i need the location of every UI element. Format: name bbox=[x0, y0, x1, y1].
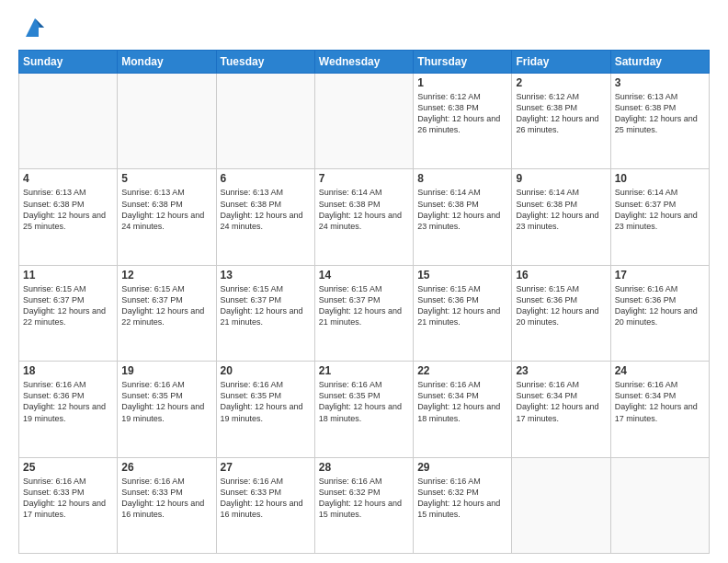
day-info: Sunrise: 6:13 AM Sunset: 6:38 PM Dayligh… bbox=[23, 187, 113, 232]
calendar-cell: 23Sunrise: 6:16 AM Sunset: 6:34 PM Dayli… bbox=[512, 362, 610, 457]
calendar-cell: 6Sunrise: 6:13 AM Sunset: 6:38 PM Daylig… bbox=[216, 169, 314, 265]
weekday-header-sunday: Sunday bbox=[19, 51, 118, 74]
calendar-cell: 24Sunrise: 6:16 AM Sunset: 6:34 PM Dayli… bbox=[610, 362, 709, 457]
calendar-cell: 3Sunrise: 6:13 AM Sunset: 6:38 PM Daylig… bbox=[610, 74, 709, 169]
day-info: Sunrise: 6:16 AM Sunset: 6:34 PM Dayligh… bbox=[417, 379, 507, 424]
calendar-week-1: 1Sunrise: 6:12 AM Sunset: 6:38 PM Daylig… bbox=[19, 74, 710, 169]
day-number: 3 bbox=[615, 76, 705, 89]
calendar-cell: 5Sunrise: 6:13 AM Sunset: 6:38 PM Daylig… bbox=[118, 169, 216, 265]
day-info: Sunrise: 6:16 AM Sunset: 6:32 PM Dayligh… bbox=[417, 476, 507, 521]
day-number: 14 bbox=[319, 269, 409, 282]
day-info: Sunrise: 6:13 AM Sunset: 6:38 PM Dayligh… bbox=[221, 187, 311, 232]
calendar-header-row: SundayMondayTuesdayWednesdayThursdayFrid… bbox=[19, 51, 710, 74]
day-number: 15 bbox=[417, 269, 507, 282]
weekday-header-friday: Friday bbox=[512, 51, 610, 74]
calendar-cell: 12Sunrise: 6:15 AM Sunset: 6:37 PM Dayli… bbox=[118, 265, 216, 361]
calendar-cell: 15Sunrise: 6:15 AM Sunset: 6:36 PM Dayli… bbox=[414, 265, 512, 361]
day-number: 28 bbox=[319, 461, 409, 474]
day-info: Sunrise: 6:16 AM Sunset: 6:35 PM Dayligh… bbox=[121, 379, 211, 424]
day-number: 22 bbox=[417, 364, 507, 377]
calendar-cell: 11Sunrise: 6:15 AM Sunset: 6:37 PM Dayli… bbox=[19, 265, 118, 361]
day-info: Sunrise: 6:15 AM Sunset: 6:36 PM Dayligh… bbox=[417, 283, 507, 328]
day-number: 26 bbox=[121, 461, 211, 474]
day-info: Sunrise: 6:16 AM Sunset: 6:33 PM Dayligh… bbox=[23, 476, 113, 521]
calendar-cell: 18Sunrise: 6:16 AM Sunset: 6:36 PM Dayli… bbox=[19, 362, 118, 457]
day-info: Sunrise: 6:12 AM Sunset: 6:38 PM Dayligh… bbox=[516, 91, 606, 136]
day-number: 18 bbox=[23, 364, 113, 377]
day-info: Sunrise: 6:16 AM Sunset: 6:34 PM Dayligh… bbox=[516, 379, 606, 424]
calendar-cell: 2Sunrise: 6:12 AM Sunset: 6:38 PM Daylig… bbox=[512, 74, 610, 169]
page: SundayMondayTuesdayWednesdayThursdayFrid… bbox=[0, 0, 728, 563]
day-number: 6 bbox=[221, 172, 311, 185]
day-info: Sunrise: 6:15 AM Sunset: 6:37 PM Dayligh… bbox=[23, 283, 113, 328]
calendar-week-4: 18Sunrise: 6:16 AM Sunset: 6:36 PM Dayli… bbox=[19, 362, 710, 457]
calendar-cell bbox=[216, 74, 314, 169]
calendar-cell: 26Sunrise: 6:16 AM Sunset: 6:33 PM Dayli… bbox=[118, 457, 216, 553]
day-number: 1 bbox=[417, 76, 507, 89]
calendar-cell: 17Sunrise: 6:16 AM Sunset: 6:36 PM Dayli… bbox=[610, 265, 709, 361]
day-number: 7 bbox=[319, 172, 409, 185]
day-info: Sunrise: 6:13 AM Sunset: 6:38 PM Dayligh… bbox=[121, 187, 211, 232]
day-info: Sunrise: 6:16 AM Sunset: 6:36 PM Dayligh… bbox=[615, 283, 705, 328]
calendar-cell: 27Sunrise: 6:16 AM Sunset: 6:33 PM Dayli… bbox=[216, 457, 314, 553]
day-info: Sunrise: 6:15 AM Sunset: 6:37 PM Dayligh… bbox=[319, 283, 409, 328]
day-number: 10 bbox=[615, 172, 705, 185]
weekday-header-thursday: Thursday bbox=[414, 51, 512, 74]
weekday-header-monday: Monday bbox=[118, 51, 216, 74]
calendar-cell: 19Sunrise: 6:16 AM Sunset: 6:35 PM Dayli… bbox=[118, 362, 216, 457]
day-number: 2 bbox=[516, 76, 606, 89]
calendar-cell: 16Sunrise: 6:15 AM Sunset: 6:36 PM Dayli… bbox=[512, 265, 610, 361]
header bbox=[18, 15, 710, 40]
weekday-header-wednesday: Wednesday bbox=[314, 51, 413, 74]
calendar-cell: 22Sunrise: 6:16 AM Sunset: 6:34 PM Dayli… bbox=[414, 362, 512, 457]
calendar-cell: 14Sunrise: 6:15 AM Sunset: 6:37 PM Dayli… bbox=[314, 265, 413, 361]
day-info: Sunrise: 6:14 AM Sunset: 6:37 PM Dayligh… bbox=[615, 187, 705, 232]
day-info: Sunrise: 6:16 AM Sunset: 6:34 PM Dayligh… bbox=[615, 379, 705, 424]
day-number: 19 bbox=[121, 364, 211, 377]
weekday-header-tuesday: Tuesday bbox=[216, 51, 314, 74]
day-info: Sunrise: 6:15 AM Sunset: 6:37 PM Dayligh… bbox=[221, 283, 311, 328]
day-info: Sunrise: 6:16 AM Sunset: 6:35 PM Dayligh… bbox=[319, 379, 409, 424]
calendar-week-2: 4Sunrise: 6:13 AM Sunset: 6:38 PM Daylig… bbox=[19, 169, 710, 265]
day-info: Sunrise: 6:14 AM Sunset: 6:38 PM Dayligh… bbox=[417, 187, 507, 232]
day-number: 16 bbox=[516, 269, 606, 282]
calendar-cell: 1Sunrise: 6:12 AM Sunset: 6:38 PM Daylig… bbox=[414, 74, 512, 169]
day-number: 29 bbox=[417, 461, 507, 474]
day-number: 8 bbox=[417, 172, 507, 185]
calendar-cell bbox=[610, 457, 709, 553]
day-info: Sunrise: 6:12 AM Sunset: 6:38 PM Dayligh… bbox=[417, 91, 507, 136]
weekday-header-saturday: Saturday bbox=[610, 51, 709, 74]
day-info: Sunrise: 6:15 AM Sunset: 6:37 PM Dayligh… bbox=[121, 283, 211, 328]
day-number: 17 bbox=[615, 269, 705, 282]
calendar-cell bbox=[19, 74, 118, 169]
day-info: Sunrise: 6:16 AM Sunset: 6:35 PM Dayligh… bbox=[221, 379, 311, 424]
calendar-cell: 8Sunrise: 6:14 AM Sunset: 6:38 PM Daylig… bbox=[414, 169, 512, 265]
day-number: 12 bbox=[121, 269, 211, 282]
calendar-week-3: 11Sunrise: 6:15 AM Sunset: 6:37 PM Dayli… bbox=[19, 265, 710, 361]
day-info: Sunrise: 6:14 AM Sunset: 6:38 PM Dayligh… bbox=[319, 187, 409, 232]
day-info: Sunrise: 6:14 AM Sunset: 6:38 PM Dayligh… bbox=[516, 187, 606, 232]
calendar-cell: 13Sunrise: 6:15 AM Sunset: 6:37 PM Dayli… bbox=[216, 265, 314, 361]
calendar-cell bbox=[314, 74, 413, 169]
day-info: Sunrise: 6:16 AM Sunset: 6:32 PM Dayligh… bbox=[319, 476, 409, 521]
day-info: Sunrise: 6:16 AM Sunset: 6:33 PM Dayligh… bbox=[221, 476, 311, 521]
day-number: 23 bbox=[516, 364, 606, 377]
calendar-cell bbox=[118, 74, 216, 169]
day-number: 11 bbox=[23, 269, 113, 282]
calendar-cell: 21Sunrise: 6:16 AM Sunset: 6:35 PM Dayli… bbox=[314, 362, 413, 457]
calendar-cell: 4Sunrise: 6:13 AM Sunset: 6:38 PM Daylig… bbox=[19, 169, 118, 265]
day-number: 5 bbox=[121, 172, 211, 185]
day-number: 21 bbox=[319, 364, 409, 377]
calendar-cell: 29Sunrise: 6:16 AM Sunset: 6:32 PM Dayli… bbox=[414, 457, 512, 553]
day-info: Sunrise: 6:16 AM Sunset: 6:33 PM Dayligh… bbox=[121, 476, 211, 521]
calendar-table: SundayMondayTuesdayWednesdayThursdayFrid… bbox=[18, 50, 710, 554]
day-info: Sunrise: 6:15 AM Sunset: 6:36 PM Dayligh… bbox=[516, 283, 606, 328]
logo-icon bbox=[22, 15, 48, 40]
calendar-cell: 28Sunrise: 6:16 AM Sunset: 6:32 PM Dayli… bbox=[314, 457, 413, 553]
day-number: 27 bbox=[221, 461, 311, 474]
calendar-week-5: 25Sunrise: 6:16 AM Sunset: 6:33 PM Dayli… bbox=[19, 457, 710, 553]
day-info: Sunrise: 6:13 AM Sunset: 6:38 PM Dayligh… bbox=[615, 91, 705, 136]
logo bbox=[18, 15, 48, 40]
calendar-cell: 25Sunrise: 6:16 AM Sunset: 6:33 PM Dayli… bbox=[19, 457, 118, 553]
day-number: 9 bbox=[516, 172, 606, 185]
